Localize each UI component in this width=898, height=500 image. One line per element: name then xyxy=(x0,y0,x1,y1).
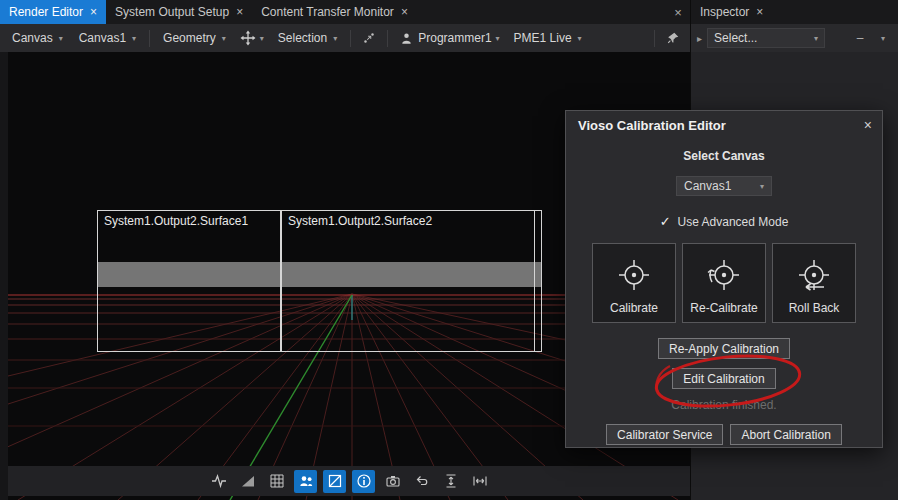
fit-horizontal-button[interactable] xyxy=(468,470,491,493)
close-icon[interactable]: × xyxy=(401,6,408,18)
info-overlay-button[interactable] xyxy=(352,470,375,493)
canvas-dropdown[interactable]: Canvas1 ▾ xyxy=(676,176,772,196)
programmer-icon xyxy=(399,31,414,46)
calibration-status-text: Calibration finished. xyxy=(671,398,776,412)
button-label: Calibrator Service xyxy=(617,428,712,442)
reapply-calibration-button[interactable]: Re-Apply Calibration xyxy=(658,338,790,359)
waveform-icon xyxy=(211,473,227,489)
canvas-mode-dropdown[interactable]: Canvas ▾ xyxy=(6,29,69,47)
expand-arrow-icon[interactable]: ▸ xyxy=(697,33,702,44)
canvas-select-dropdown[interactable]: Canvas1 ▾ xyxy=(73,29,142,47)
dropdown-label: Selection xyxy=(278,31,327,45)
button-label: Re-Apply Calibration xyxy=(669,342,779,356)
people-icon xyxy=(298,473,314,489)
ramp-icon xyxy=(240,473,256,489)
dropdown-label: Canvas1 xyxy=(684,179,731,193)
dropdown-label: PME1 Live xyxy=(514,31,572,45)
surface2-wireframe[interactable]: System1.Output2.Surface2 xyxy=(281,210,542,352)
selection-overlay-button[interactable] xyxy=(323,470,346,493)
calibrate-button[interactable]: Calibrate xyxy=(592,243,676,323)
chevron-down-icon: ▾ xyxy=(881,34,885,43)
tab-content-transfer-monitor[interactable]: Content Transfer Monitor × xyxy=(252,0,417,24)
snapshot-button[interactable] xyxy=(381,470,404,493)
crosshair-rollback-icon xyxy=(794,255,834,295)
move-tool-dropdown[interactable]: ▾ xyxy=(236,28,268,48)
calibrate-label: Calibrate xyxy=(610,301,658,315)
scale-snap-icon xyxy=(362,31,376,45)
button-label: Abort Calibration xyxy=(741,428,830,442)
tab-label: Inspector xyxy=(700,5,749,19)
tab-label: System Output Setup xyxy=(115,5,229,19)
tab-label: Render Editor xyxy=(9,5,83,19)
grid-toggle-button[interactable] xyxy=(265,470,288,493)
calibrator-service-button[interactable]: Calibrator Service xyxy=(606,424,723,445)
people-view-button[interactable] xyxy=(294,470,317,493)
surface1-wireframe[interactable]: System1.Output2.Surface1 xyxy=(97,210,281,352)
editor-toolbar: Canvas ▾ Canvas1 ▾ Geometry ▾ ▾ Selectio… xyxy=(0,24,690,52)
close-icon[interactable]: × xyxy=(236,6,243,18)
horizontal-fit-icon xyxy=(472,473,488,489)
recalibrate-label: Re-Calibrate xyxy=(690,301,757,315)
viewport-toolbar xyxy=(8,466,690,496)
chevron-down-icon: ▾ xyxy=(760,182,764,191)
rollback-button[interactable]: Roll Back xyxy=(772,243,856,323)
close-icon[interactable]: × xyxy=(90,6,97,18)
dropdown-label: Select... xyxy=(714,31,757,45)
tab-label: Content Transfer Monitor xyxy=(261,5,394,19)
vertical-fit-icon xyxy=(443,473,459,489)
waveform-button[interactable] xyxy=(207,470,230,493)
recalibrate-button[interactable]: Re-Calibrate xyxy=(682,243,766,323)
edit-calibration-button[interactable]: Edit Calibration xyxy=(672,368,775,389)
button-label: Edit Calibration xyxy=(683,372,764,386)
programmer-dropdown[interactable]: Programmer1 ▾ xyxy=(395,29,503,48)
snap-tool-button[interactable] xyxy=(358,29,380,47)
editor-tabbar: Render Editor × System Output Setup × Co… xyxy=(0,0,690,24)
chevron-down-icon: ▾ xyxy=(578,34,582,43)
surface2-label: System1.Output2.Surface2 xyxy=(288,214,432,228)
chevron-down-icon: ▾ xyxy=(59,34,63,43)
chevron-down-icon: ▾ xyxy=(333,34,337,43)
reset-view-button[interactable] xyxy=(410,470,433,493)
dropdown-label: Programmer1 xyxy=(418,31,491,45)
close-icon[interactable]: × xyxy=(666,0,690,24)
pme-dropdown[interactable]: PME1 Live ▾ xyxy=(508,29,588,47)
crosshair-recalibrate-icon xyxy=(704,255,744,295)
tab-system-output-setup[interactable]: System Output Setup × xyxy=(106,0,252,24)
advanced-mode-checkbox[interactable]: ✓ Use Advanced Mode xyxy=(660,214,789,229)
ramp-button[interactable] xyxy=(236,470,259,493)
inspector-tabbar: Inspector × xyxy=(691,0,898,24)
selection-dropdown[interactable]: Selection ▾ xyxy=(272,29,343,47)
abort-calibration-button[interactable]: Abort Calibration xyxy=(730,424,841,445)
chevron-down-icon: ▾ xyxy=(496,34,500,43)
dropdown-label: Canvas xyxy=(12,31,53,45)
chevron-down-icon: ▾ xyxy=(222,34,226,43)
tab-inspector[interactable]: Inspector × xyxy=(691,0,772,24)
close-icon[interactable]: × xyxy=(756,6,763,18)
crosshair-icon xyxy=(614,255,654,295)
fit-vertical-button[interactable] xyxy=(439,470,462,493)
info-icon xyxy=(356,473,372,489)
collapse-button[interactable]: – xyxy=(851,29,869,47)
geometry-dropdown[interactable]: Geometry ▾ xyxy=(157,29,232,47)
dropdown-label: Geometry xyxy=(163,31,216,45)
vioso-calibration-dialog: Vioso Calibration Editor × Select Canvas… xyxy=(565,110,883,448)
inspector-toolbar: ▸ Select... ▾ – ▾ xyxy=(691,24,898,52)
undo-icon xyxy=(414,473,430,489)
dialog-titlebar[interactable]: Vioso Calibration Editor × xyxy=(566,111,882,139)
pin-panel-button[interactable] xyxy=(662,29,684,47)
surface2-edge-handle xyxy=(534,211,535,351)
advanced-mode-label: Use Advanced Mode xyxy=(678,215,789,229)
rollback-label: Roll Back xyxy=(789,301,840,315)
inspector-select-dropdown[interactable]: Select... ▾ xyxy=(707,28,825,48)
camera-icon xyxy=(385,473,401,489)
select-canvas-label: Select Canvas xyxy=(683,149,764,163)
chevron-down-icon: ▾ xyxy=(814,34,818,43)
close-icon[interactable]: × xyxy=(864,117,872,133)
pin-icon xyxy=(666,31,680,45)
dropdown-label: Canvas1 xyxy=(79,31,126,45)
panel-menu-button[interactable]: ▾ xyxy=(874,29,892,47)
grid-icon xyxy=(269,473,285,489)
move-icon xyxy=(240,30,256,46)
dialog-title: Vioso Calibration Editor xyxy=(578,118,726,133)
tab-render-editor[interactable]: Render Editor × xyxy=(0,0,106,24)
